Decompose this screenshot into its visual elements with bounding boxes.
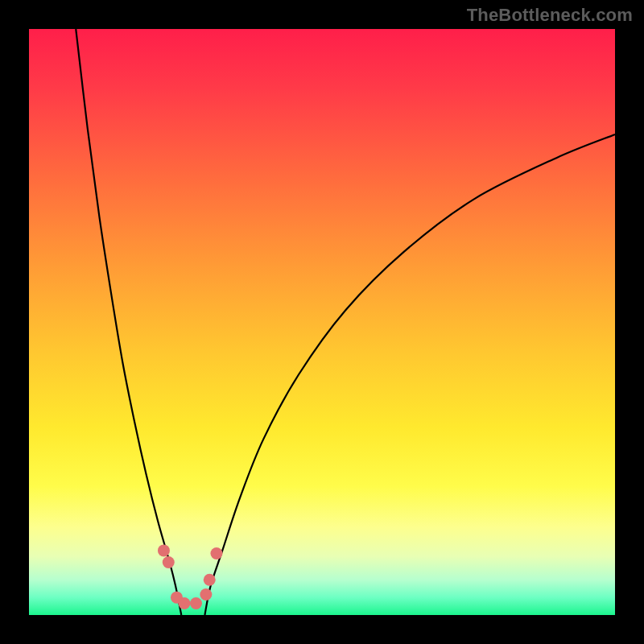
curve-left <box>76 29 181 615</box>
marker-dot <box>190 597 202 609</box>
chart-svg <box>29 29 615 615</box>
watermark-text: TheBottleneck.com <box>467 5 633 26</box>
curve-right <box>204 134 615 615</box>
marker-dot <box>204 574 216 586</box>
marker-dot <box>210 547 222 559</box>
marker-dot <box>158 544 170 556</box>
marker-dot <box>163 556 175 568</box>
marker-dots <box>158 544 223 609</box>
chart-frame: TheBottleneck.com <box>0 0 644 644</box>
marker-dot <box>200 588 212 601</box>
plot-area <box>29 29 615 615</box>
marker-dot <box>178 597 190 609</box>
